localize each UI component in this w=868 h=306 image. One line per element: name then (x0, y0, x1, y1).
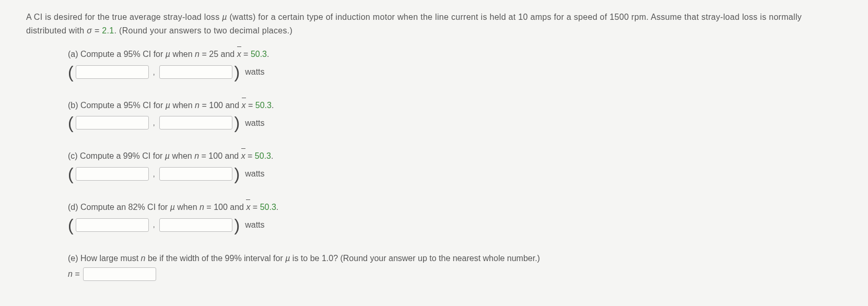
open-paren-icon: ( (68, 64, 74, 80)
comma-separator: , (153, 66, 155, 78)
part-b-label: (b) Compute a 95% CI for µ when n = 100 … (68, 99, 842, 112)
part-e-answer: n = (68, 267, 842, 281)
xbar-symbol: x (246, 201, 250, 214)
part-b-lower-input[interactable] (76, 116, 149, 130)
comma-separator: , (153, 117, 155, 128)
sigma-value: 2.1 (102, 26, 114, 35)
xbar-value-a: 50.3 (251, 50, 267, 58)
unit-label: watts (245, 218, 264, 232)
part-e-label: (e) How large must n be if the width of … (68, 252, 842, 265)
xbar-value-d: 50.3 (260, 203, 276, 211)
part-d-label: (d) Compute an 82% CI for µ when n = 100… (68, 201, 842, 214)
part-c-lower-input[interactable] (76, 167, 149, 181)
unit-label: watts (245, 167, 264, 181)
part-a-lower-input[interactable] (76, 65, 149, 79)
part-a-upper-input[interactable] (159, 65, 232, 79)
n-equals-label: n = (68, 267, 80, 281)
intro-part1: A CI is desired for the true average str… (26, 13, 222, 21)
xbar-symbol: x (237, 48, 241, 61)
open-paren-icon: ( (68, 114, 74, 131)
open-paren-icon: ( (68, 166, 74, 182)
comma-separator: , (153, 168, 155, 180)
part-e: (e) How large must n be if the width of … (68, 252, 842, 281)
open-paren-icon: ( (68, 217, 74, 233)
close-paren-icon: ) (234, 166, 240, 182)
xbar-value-c: 50.3 (255, 151, 271, 160)
part-c-upper-input[interactable] (159, 167, 232, 181)
part-a-answer: ( , ) watts (68, 64, 842, 80)
part-b-upper-input[interactable] (159, 116, 232, 130)
xbar-value-b: 50.3 (255, 101, 272, 110)
close-paren-icon: ) (234, 64, 240, 80)
part-d-lower-input[interactable] (76, 218, 149, 232)
part-b-answer: ( , ) watts (68, 114, 842, 131)
part-b: (b) Compute a 95% CI for µ when n = 100 … (68, 99, 842, 132)
intro-part4: . (Round your answers to two decimal pla… (114, 26, 293, 35)
sigma-symbol: σ (87, 26, 92, 35)
part-c-label: (c) Compute a 99% CI for µ when n = 100 … (68, 149, 842, 163)
part-c-answer: ( , ) watts (68, 166, 842, 182)
part-c: (c) Compute a 99% CI for µ when n = 100 … (68, 149, 842, 182)
part-d-upper-input[interactable] (159, 218, 232, 232)
part-a-label: (a) Compute a 95% CI for µ when n = 25 a… (68, 48, 842, 61)
xbar-symbol: x (242, 99, 246, 112)
part-e-n-input[interactable] (83, 267, 156, 281)
problem-statement: A CI is desired for the true average str… (26, 10, 842, 37)
unit-label: watts (245, 116, 264, 130)
part-d: (d) Compute an 82% CI for µ when n = 100… (68, 201, 842, 233)
mu-symbol: µ (222, 13, 227, 21)
close-paren-icon: ) (234, 217, 240, 233)
xbar-symbol: x (241, 149, 245, 163)
close-paren-icon: ) (234, 114, 240, 131)
part-a: (a) Compute a 95% CI for µ when n = 25 a… (68, 48, 842, 80)
unit-label: watts (245, 65, 264, 79)
part-d-answer: ( , ) watts (68, 217, 842, 233)
intro-part3: = (92, 26, 102, 35)
comma-separator: , (153, 219, 155, 230)
